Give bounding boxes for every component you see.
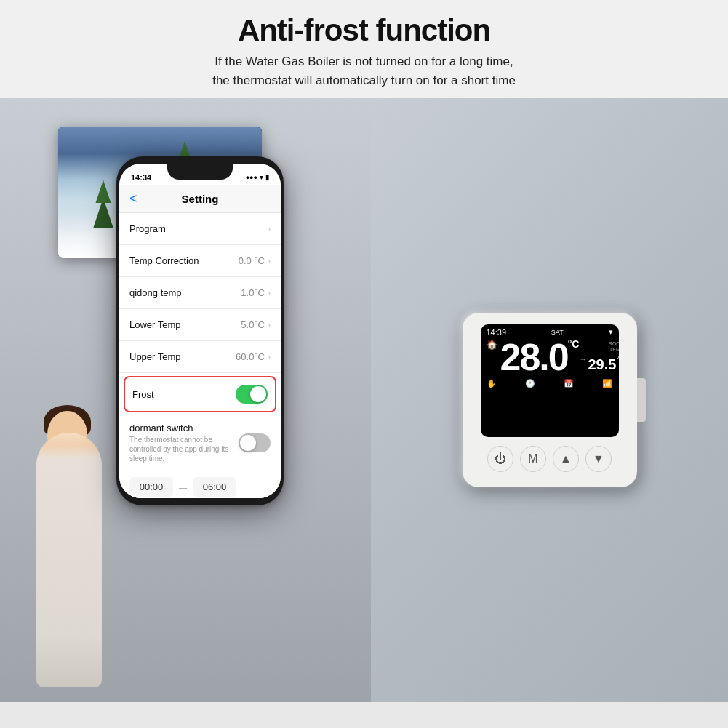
page-title: Anti-frost function — [15, 13, 713, 48]
time-separator: — — [179, 483, 187, 492]
settings-item-upper-temp[interactable]: Upper Temp 60.0°C › — [119, 341, 281, 373]
status-icons: ●●● ▾ ▮ — [246, 174, 269, 181]
wifi-status-icon: ▾ — [260, 174, 263, 181]
temp-unit: °C — [568, 338, 580, 350]
screen-day: SAT — [551, 329, 564, 336]
program-label: Program — [129, 223, 166, 234]
dormant-title: dormant switch — [129, 423, 239, 433]
page-description: If the Water Gas Boiler is not turned on… — [15, 52, 713, 89]
dormant-row: dormant switch The thermostat cannot be … — [129, 423, 271, 463]
calendar-icon: 📅 — [564, 379, 574, 388]
app-header: < Setting — [119, 185, 281, 213]
power-icon: ⏻ — [495, 452, 506, 465]
thermostat-device: 14:39 SAT ▾ 🏠 — [463, 313, 637, 487]
room-temp-label2: TEMP — [609, 347, 619, 353]
set-temp-unit: °C — [616, 355, 618, 363]
phone-device: 14:34 ●●● ▾ ▮ < Setting — [116, 156, 284, 505]
chevron-icon: › — [268, 224, 271, 234]
set-temp-container: → 29.5 °C — [579, 355, 618, 373]
thermostat-buttons: ⏻ M ▲ ▼ — [484, 446, 615, 472]
screen-left-icons: 🏠 — [487, 338, 497, 350]
battery-icon: ▮ — [265, 174, 269, 181]
phone-screen: 14:34 ●●● ▾ ▮ < Setting — [119, 164, 281, 498]
lower-temp-label: Lower Temp — [129, 319, 181, 330]
settings-item-lower-temp[interactable]: Lower Temp 5.0°C › — [119, 309, 281, 341]
current-temp-container: 28.0 °C — [500, 338, 580, 376]
wall-mount: 14:39 SAT ▾ 🏠 — [457, 307, 643, 493]
temp-correction-label: Temp Correction — [129, 255, 199, 266]
person-body — [36, 433, 102, 687]
program-value: › — [268, 224, 271, 234]
dormant-toggle[interactable] — [239, 433, 271, 452]
left-panel: 14:34 ●●● ▾ ▮ < Setting — [0, 98, 371, 702]
wifi-icon: ▾ — [609, 327, 613, 337]
snow-tree-3 — [93, 198, 113, 228]
home-icon: 🏠 — [487, 340, 497, 350]
status-time: 14:34 — [131, 173, 151, 182]
mode-icon: M — [528, 452, 537, 465]
screen-main: 🏠 28.0 °C ROOM — [481, 338, 619, 376]
screen-top-icons: ▾ — [609, 327, 613, 337]
dormant-desc: The thermostat cannot be controlled by t… — [129, 435, 239, 463]
temp-correction-chevron: › — [268, 256, 271, 266]
down-icon: ▼ — [593, 452, 604, 465]
time-start-field[interactable]: 00:00 — [129, 477, 173, 497]
dormant-text-block: dormant switch The thermostat cannot be … — [129, 423, 239, 463]
signal-icon: ●●● — [246, 174, 257, 181]
down-button[interactable]: ▼ — [585, 446, 612, 472]
settings-item-qidong[interactable]: qidong temp 1.0°C › — [119, 277, 281, 309]
settings-item-frost[interactable]: Frost — [124, 376, 276, 412]
main-area: 14:34 ●●● ▾ ▮ < Setting — [0, 98, 728, 702]
clock-icon: 🕐 — [525, 379, 535, 388]
temp-correction-value: 0.0 °C › — [239, 255, 271, 266]
qidong-chevron: › — [268, 288, 271, 298]
toggle-knob — [250, 386, 266, 402]
up-icon: ▲ — [560, 452, 572, 465]
room-temp-label1: ROOM — [609, 341, 619, 347]
settings-item-temp-correction[interactable]: Temp Correction 0.0 °C › — [119, 245, 281, 277]
phone-notch — [167, 164, 233, 180]
page-header: Anti-frost function If the Water Gas Boi… — [0, 0, 728, 98]
app-title: Setting — [182, 193, 219, 205]
right-panel: 14:39 SAT ▾ 🏠 — [371, 98, 728, 702]
set-temperature: 29.5 — [588, 356, 616, 373]
screen-time: 14:39 — [487, 328, 507, 337]
settings-list: Program › Temp Correction 0.0 °C › — [119, 213, 281, 498]
screen-temp-main: 28.0 °C — [497, 338, 580, 376]
phone-container: 14:34 ●●● ▾ ▮ < Setting — [116, 156, 284, 505]
current-temperature: 28.0 — [500, 338, 568, 376]
dormant-switch-section: dormant switch The thermostat cannot be … — [119, 415, 281, 471]
lower-temp-value: 5.0°C › — [241, 319, 271, 330]
upper-temp-value: 60.0°C › — [236, 351, 271, 362]
frost-toggle[interactable] — [236, 385, 268, 404]
power-button[interactable]: ⏻ — [487, 446, 513, 472]
mode-button[interactable]: M — [520, 446, 546, 472]
frost-label: Frost — [132, 389, 154, 400]
side-connector — [637, 378, 646, 422]
thermostat-screen: 14:39 SAT ▾ 🏠 — [481, 324, 619, 437]
upper-temp-label: Upper Temp — [129, 351, 181, 362]
person-figure — [22, 411, 116, 687]
hand-icon: ✋ — [487, 379, 497, 388]
lower-temp-chevron: › — [268, 320, 271, 330]
arrow-right-icon: → — [579, 355, 586, 363]
upper-temp-chevron: › — [268, 352, 271, 362]
signal-icon-bottom: 📶 — [602, 379, 612, 388]
time-end-field[interactable]: 06:00 — [193, 477, 236, 497]
qidong-value: 1.0°C › — [241, 287, 271, 298]
up-button[interactable]: ▲ — [553, 446, 579, 472]
back-button[interactable]: < — [129, 191, 137, 207]
qidong-label: qidong temp — [129, 287, 182, 298]
time-row: 00:00 — 06:00 — [119, 471, 281, 498]
room-temp-label-container: ROOM TEMP — [609, 341, 619, 353]
settings-item-program[interactable]: Program › — [119, 213, 281, 245]
screen-right-section: ROOM TEMP → 29.5 °C — [579, 338, 618, 373]
dormant-toggle-knob — [240, 435, 256, 451]
